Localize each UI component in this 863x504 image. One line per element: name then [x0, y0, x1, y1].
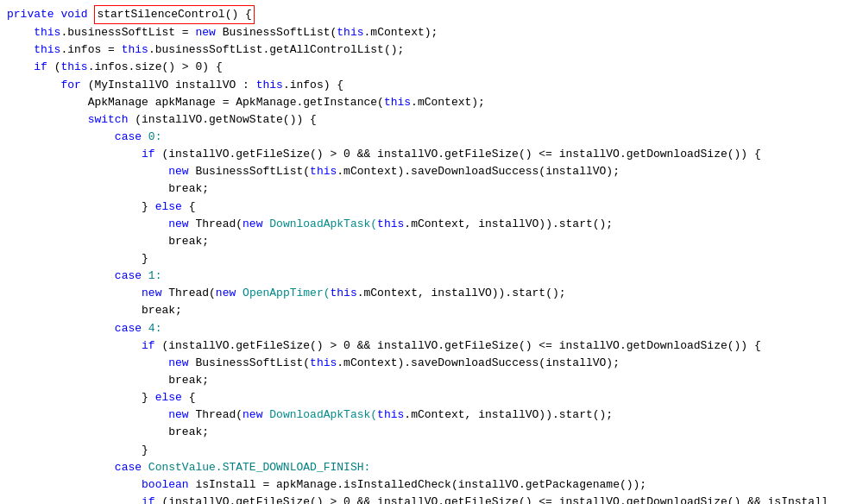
code-token: this [377, 406, 404, 424]
code-line: new BusinessSoftList(this.mContext).save… [0, 163, 863, 180]
code-token: } [142, 198, 155, 216]
code-token: .infos) { [283, 77, 343, 94]
code-token: for [60, 77, 87, 94]
code-token: { [189, 198, 196, 216]
code-token: boolean [142, 476, 195, 494]
indent [7, 337, 142, 355]
code-line: case 1: [0, 268, 863, 285]
indent [7, 442, 142, 459]
indent [7, 372, 168, 389]
indent [7, 198, 142, 216]
indent [7, 268, 115, 285]
code-token: (installVO.getFileSize() > 0 && installV… [161, 337, 760, 355]
code-token: Thread( [195, 406, 243, 424]
method-highlight-box: startSilenceControl() { [94, 5, 254, 24]
code-token: new [168, 355, 195, 372]
code-token: this [256, 77, 283, 94]
code-line: break; [0, 372, 863, 389]
code-line: case 0: [0, 129, 863, 146]
code-token: } [142, 250, 148, 268]
code-token: else [155, 198, 189, 216]
code-line: if (installVO.getFileSize() > 0 && insta… [0, 337, 863, 355]
code-token: .infos.size() > 0) { [88, 59, 223, 76]
code-token: .mContext); [364, 24, 438, 41]
code-line: private void startSilenceControl() { [0, 5, 863, 24]
code-token: this [34, 41, 60, 59]
code-token: BusinessSoftList( [195, 355, 310, 372]
indent [7, 129, 115, 146]
code-token: DownloadApkTask( [269, 406, 377, 424]
indent [7, 146, 142, 163]
code-token: break; [142, 302, 182, 319]
code-token: new [168, 406, 195, 424]
code-token: 1: [148, 268, 162, 285]
code-token: Thread( [195, 216, 243, 233]
code-line: case 4: [0, 320, 863, 337]
code-line: new Thread(new OpenAppTimer(this.mContex… [0, 285, 863, 302]
code-line: break; [0, 233, 863, 250]
code-viewer: private void startSilenceControl() { thi… [0, 0, 863, 504]
indent [7, 406, 168, 424]
indent [7, 320, 115, 337]
code-token: this [310, 163, 337, 180]
code-token: case [115, 268, 148, 285]
code-token: ApkManage apkManage = ApkManage.getInsta… [88, 94, 384, 111]
code-line: new Thread(new DownloadApkTask(this.mCon… [0, 216, 863, 233]
indent [7, 459, 115, 476]
code-token: ( [54, 59, 61, 76]
code-token: (MyInstallVO installVO : [88, 77, 256, 94]
indent [7, 302, 142, 319]
code-line: } [0, 250, 863, 268]
code-token: isInstall = apkManage.isInstalledCheck(i… [195, 476, 646, 494]
code-line: case ConstValue.STATE_DOWNLOAD_FINISH: [0, 459, 863, 476]
code-token: .mContext, installVO)).start(); [357, 285, 566, 302]
code-line: this.infos = this.businessSoftList.getAl… [0, 41, 863, 59]
keyword: void [60, 6, 94, 23]
indent [7, 163, 168, 180]
code-token: if [142, 146, 161, 163]
code-token: else [155, 389, 189, 406]
indent [7, 233, 168, 250]
code-line: for (MyInstallVO installVO : this.infos)… [0, 77, 863, 94]
code-token: break; [168, 372, 209, 389]
code-token: if [142, 337, 161, 355]
code-token: .mContext).saveDownloadSuccess(installVO… [337, 355, 620, 372]
code-token: .businessSoftList = [60, 24, 195, 41]
code-token: BusinessSoftList( [195, 163, 310, 180]
code-token: this [337, 24, 363, 41]
code-token: DownloadApkTask( [269, 216, 377, 233]
indent [7, 250, 142, 268]
code-line: new BusinessSoftList(this.mContext).save… [0, 355, 863, 372]
indent [7, 285, 142, 302]
code-token: switch [88, 111, 129, 129]
code-token: case [115, 129, 148, 146]
code-token: 0: [148, 129, 162, 146]
code-line: if (installVO.getFileSize() > 0 && insta… [0, 494, 863, 504]
code-token: .infos = [60, 41, 121, 59]
code-line: this.businessSoftList = new BusinessSoft… [0, 24, 863, 41]
code-token: new [168, 163, 195, 180]
indent [7, 94, 88, 111]
code-token: (installVO.getFileSize() > 0 && installV… [161, 146, 760, 163]
code-token: Thread( [168, 285, 216, 302]
indent [7, 77, 60, 94]
indent [7, 216, 168, 233]
code-token: .mContext, installVO)).start(); [404, 216, 613, 233]
code-token: .mContext).saveDownloadSuccess(installVO… [337, 163, 620, 180]
code-token: OpenAppTimer( [243, 285, 330, 302]
code-token: this [384, 94, 411, 111]
code-line: if (this.infos.size() > 0) { [0, 59, 863, 76]
code-token: this [34, 24, 60, 41]
code-token: { [189, 389, 196, 406]
code-token: if [34, 59, 54, 76]
indent [7, 180, 168, 198]
code-line: } else { [0, 198, 863, 216]
indent [7, 59, 34, 76]
code-token: new [142, 285, 168, 302]
code-token: BusinessSoftList( [223, 24, 337, 41]
code-token: new [168, 216, 195, 233]
indent [7, 24, 34, 41]
code-token: (installVO.getNowState()) { [128, 111, 316, 129]
indent [7, 476, 142, 494]
code-token: this [331, 285, 357, 302]
